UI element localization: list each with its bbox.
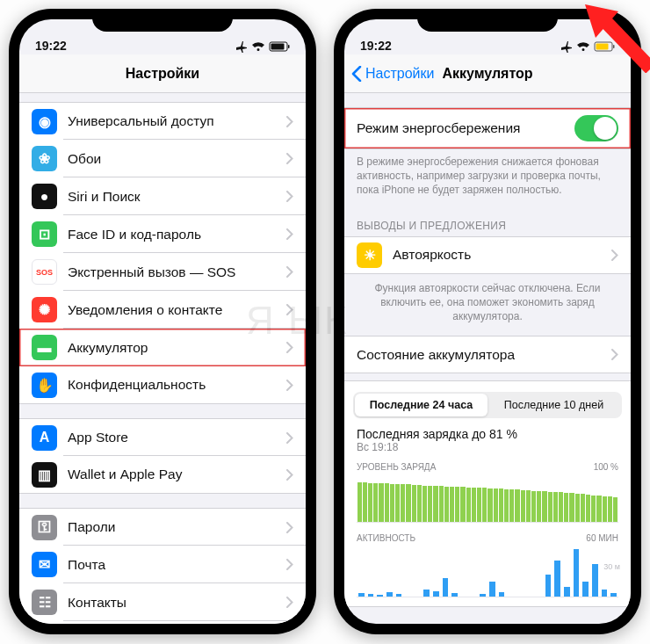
settings-row-label: Контакты — [68, 595, 286, 611]
phone-left: 19:22 Настройки ◉Универсальный доступ❀Об… — [9, 9, 316, 634]
chevron-right-icon — [286, 597, 293, 608]
settings-row-label: Wallet и Apple Pay — [68, 467, 286, 482]
settings-row-battery[interactable]: ▬Аккумулятор — [19, 329, 306, 366]
status-time: 19:22 — [360, 39, 392, 53]
activity-chart: 30 м — [357, 545, 618, 597]
settings-row-exposure[interactable]: ✺Уведомления о контакте — [19, 291, 306, 329]
page-title: Аккумулятор — [442, 66, 532, 82]
wifi-icon — [251, 41, 265, 52]
battery-icon — [269, 41, 290, 52]
chevron-right-icon — [286, 116, 293, 127]
settings-row-label: Обои — [68, 151, 286, 167]
chevron-right-icon — [611, 349, 618, 360]
chevron-right-icon — [286, 228, 293, 240]
sos-icon: SOS — [32, 259, 57, 285]
chevron-right-icon — [286, 266, 293, 278]
low-power-mode-toggle[interactable] — [574, 115, 618, 141]
back-label: Настройки — [365, 66, 434, 82]
activity-ymax: 60 мин — [586, 533, 618, 543]
privacy-icon: ✋ — [32, 373, 57, 398]
chevron-right-icon — [286, 342, 293, 353]
battery-health-row[interactable]: Состояние аккумулятора — [344, 336, 631, 373]
navbar: Настройки — [19, 54, 306, 93]
appstore-icon: A — [32, 425, 57, 451]
settings-row-label: Конфиденциальность — [68, 377, 286, 393]
notch — [92, 9, 233, 32]
back-button[interactable]: Настройки — [351, 66, 434, 82]
auto-brightness-footer: Функция автояркости сейчас отключена. Ес… — [344, 274, 631, 331]
level-ymax: 100 % — [594, 462, 618, 472]
settings-row-label: Siri и Поиск — [68, 189, 286, 205]
siri-icon: ● — [32, 184, 57, 209]
time-range-segmented[interactable]: Последние 24 часа Последние 10 дней — [353, 392, 622, 418]
settings-row-label: Экстренный вызов — SOS — [68, 264, 286, 280]
chevron-right-icon — [611, 250, 618, 261]
settings-row-appstore[interactable]: AApp Store — [19, 418, 306, 456]
svg-rect-2 — [271, 44, 285, 50]
airplane-icon — [235, 40, 248, 53]
settings-row-wallpaper[interactable]: ❀Обои — [19, 140, 306, 177]
annotation-arrow — [576, 3, 650, 73]
chevron-right-icon — [286, 559, 293, 570]
accessibility-icon: ◉ — [32, 109, 57, 134]
phone-right: 19:22 Настройки Аккумулятор Режим энерго… — [334, 9, 641, 634]
last-charge-title: Последняя зарядка до 81 % — [344, 418, 631, 441]
auto-brightness-label: Автояркость — [393, 247, 611, 263]
settings-row-calendar[interactable]: ▦Календарь — [19, 621, 306, 624]
svg-rect-1 — [288, 45, 290, 48]
status-time: 19:22 — [35, 39, 67, 53]
wallpaper-icon: ❀ — [32, 146, 57, 171]
chevron-left-icon — [351, 66, 362, 82]
insights-header: ВЫВОДЫ И ПРЕДЛОЖЕНИЯ — [344, 213, 631, 236]
chevron-right-icon — [286, 153, 293, 164]
settings-row-label: Уведомления о контакте — [68, 302, 286, 318]
settings-row-label: App Store — [68, 430, 286, 445]
segment-10d[interactable]: Последние 10 дней — [488, 394, 620, 416]
settings-row-privacy[interactable]: ✋Конфиденциальность — [19, 366, 306, 404]
settings-row-mail[interactable]: ✉Почта — [19, 546, 306, 583]
low-power-footer: В режиме энергосбережения снижается фоно… — [344, 149, 631, 201]
chevron-right-icon — [286, 191, 293, 202]
chevron-right-icon — [286, 522, 293, 533]
faceid-icon: ⊡ — [32, 221, 57, 247]
notch — [417, 9, 558, 32]
low-power-mode-label: Режим энергосбережения — [357, 120, 574, 136]
airplane-icon — [560, 40, 573, 53]
settings-row-label: Face ID и код-пароль — [68, 227, 286, 242]
segment-24h[interactable]: Последние 24 часа — [355, 394, 488, 416]
settings-row-faceid[interactable]: ⊡Face ID и код-пароль — [19, 215, 306, 253]
settings-row-passwords[interactable]: ⚿Пароли — [19, 508, 306, 546]
activity-header: АКТИВНОСТЬ — [357, 533, 415, 543]
brightness-icon: ☀ — [357, 242, 382, 268]
settings-row-label: Универсальный доступ — [68, 113, 286, 129]
page-title: Настройки — [126, 66, 199, 82]
settings-row-siri[interactable]: ●Siri и Поиск — [19, 177, 306, 215]
settings-row-accessibility[interactable]: ◉Универсальный доступ — [19, 102, 306, 140]
settings-row-label: Почта — [68, 557, 286, 573]
auto-brightness-row[interactable]: ☀ Автояркость — [344, 236, 631, 274]
mail-icon: ✉ — [32, 552, 57, 577]
settings-row-sos[interactable]: SOSЭкстренный вызов — SOS — [19, 253, 306, 291]
chevron-right-icon — [286, 469, 293, 481]
level-header: УРОВЕНЬ ЗАРЯДА — [357, 462, 436, 472]
settings-row-label: Аккумулятор — [68, 340, 286, 356]
settings-row-wallet[interactable]: ▥Wallet и Apple Pay — [19, 456, 306, 494]
key-icon: ⚿ — [32, 515, 57, 540]
activity-ymid: 30 м — [603, 562, 620, 571]
chevron-right-icon — [286, 432, 293, 444]
contacts-icon: ☷ — [32, 590, 57, 615]
chevron-right-icon — [286, 304, 293, 315]
battery-icon: ▬ — [32, 335, 57, 360]
settings-row-label: Пароли — [68, 519, 286, 535]
battery-health-label: Состояние аккумулятора — [357, 347, 611, 363]
exposure-icon: ✺ — [32, 297, 57, 322]
wallet-icon: ▥ — [32, 462, 57, 488]
chevron-right-icon — [286, 380, 293, 391]
last-charge-sub: Вс 19:18 — [344, 441, 631, 459]
low-power-mode-row[interactable]: Режим энергосбережения — [344, 107, 631, 149]
settings-row-contacts[interactable]: ☷Контакты — [19, 583, 306, 621]
battery-level-chart — [357, 474, 618, 523]
